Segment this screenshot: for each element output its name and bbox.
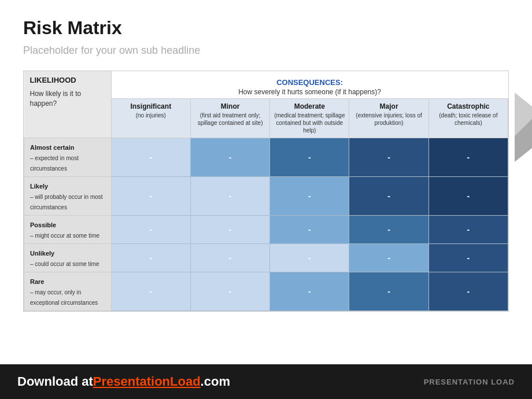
col-header-0: Insignificant(no injuries) — [111, 99, 190, 138]
row-label-2: Possible– might occur at some time — [24, 216, 112, 244]
cell-r2-c4: - — [428, 216, 508, 244]
col-header-3: Major(extensive injuries; loss of produk… — [349, 99, 428, 138]
cell-r3-c2: - — [270, 244, 349, 272]
cell-r0-c3: - — [349, 138, 428, 177]
consequences-header: CONSEQUENCES: — [114, 75, 506, 88]
cell-r4-c1: - — [190, 272, 269, 311]
footer: Download at PresentationLoad .com PRESEN… — [0, 364, 532, 399]
table-row: Possible– might occur at some time----- — [24, 216, 508, 244]
cell-r1-c1: - — [190, 177, 269, 216]
footer-logo: PRESENTATION LOAD — [424, 378, 515, 386]
consequences-subheader: How severely it hurts someone (if it hap… — [114, 88, 506, 98]
row-label-1: Likely– will probably occur in most circ… — [24, 177, 112, 216]
cell-r2-c2: - — [270, 216, 349, 244]
cell-r4-c3: - — [349, 272, 428, 311]
cell-r3-c0: - — [111, 244, 190, 272]
cell-r0-c0: - — [111, 138, 190, 177]
page-title: Risk Matrix — [23, 17, 509, 39]
cell-r3-c4: - — [428, 244, 508, 272]
table-row: Almost certain– expected in most circums… — [24, 138, 508, 177]
download-label: Download at — [17, 374, 93, 389]
footer-suffix: .com — [201, 374, 230, 389]
cell-r3-c3: - — [349, 244, 428, 272]
table-row: Rare– may occur, only in exceptional cir… — [24, 272, 508, 311]
cell-r2-c0: - — [111, 216, 190, 244]
page-subtitle: Placeholder for your own sub headline — [23, 45, 509, 57]
likelihood-question: How likely is it to happen? — [30, 89, 105, 109]
cell-r4-c0: - — [111, 272, 190, 311]
cell-r1-c3: - — [349, 177, 428, 216]
risk-matrix-table: LIKELIHOOD How likely is it to happen? C… — [23, 71, 509, 312]
cell-r4-c2: - — [270, 272, 349, 311]
page-content: Risk Matrix Placeholder for your own sub… — [0, 0, 532, 364]
col-header-4: Catastrophic(death; toxic release of che… — [428, 99, 508, 138]
footer-text: Download at PresentationLoad .com — [17, 374, 230, 389]
row-label-4: Rare– may occur, only in exceptional cir… — [24, 272, 112, 311]
cell-r3-c1: - — [190, 244, 269, 272]
cell-r2-c1: - — [190, 216, 269, 244]
col-header-2: Moderate(medical treatment; spillage con… — [270, 99, 349, 138]
row-label-0: Almost certain– expected in most circums… — [24, 138, 112, 177]
footer-link[interactable]: PresentationLoad — [93, 374, 201, 389]
cell-r1-c2: - — [270, 177, 349, 216]
likelihood-header: LIKELIHOOD — [30, 76, 105, 84]
cell-r4-c4: - — [428, 272, 508, 311]
col-header-1: Minor(first aid treatment only; spillage… — [190, 99, 269, 138]
cell-r1-c0: - — [111, 177, 190, 216]
table-row: Likely– will probably occur in most circ… — [24, 177, 508, 216]
cell-r0-c4: - — [428, 138, 508, 177]
table-row: Unlikely– could occur at some time----- — [24, 244, 508, 272]
cell-r2-c3: - — [349, 216, 428, 244]
cell-r1-c4: - — [428, 177, 508, 216]
cell-r0-c2: - — [270, 138, 349, 177]
cell-r0-c1: - — [190, 138, 269, 177]
row-label-3: Unlikely– could occur at some time — [24, 244, 112, 272]
